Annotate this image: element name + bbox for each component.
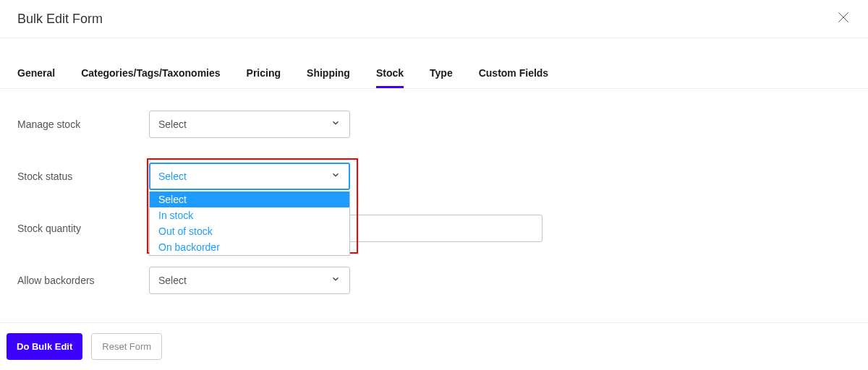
chevron-down-icon <box>331 274 341 287</box>
label-allow-backorders: Allow backorders <box>17 275 149 286</box>
tab-shipping[interactable]: Shipping <box>307 60 350 88</box>
close-icon[interactable] <box>836 10 851 27</box>
row-allow-backorders: Allow backorders Select <box>17 267 851 294</box>
tab-stock[interactable]: Stock <box>376 60 404 88</box>
tab-custom-fields[interactable]: Custom Fields <box>479 60 548 88</box>
do-bulk-edit-button[interactable]: Do Bulk Edit <box>7 333 82 360</box>
modal-footer: Do Bulk Edit Reset Form <box>0 322 868 370</box>
dropdown-option-on-backorder[interactable]: On backorder <box>150 239 349 255</box>
select-stock-status[interactable]: Select <box>149 163 350 190</box>
select-manage-stock[interactable]: Select <box>149 111 350 138</box>
label-stock-quantity: Stock quantity <box>17 223 149 234</box>
tab-general[interactable]: General <box>17 60 55 88</box>
form-body: Manage stock Select Stock status Select … <box>0 89 868 294</box>
row-stock-status: Stock status Select Select In stock Out … <box>17 163 851 190</box>
label-manage-stock: Manage stock <box>17 119 149 130</box>
dropdown-option-out-of-stock[interactable]: Out of stock <box>150 223 349 239</box>
select-manage-stock-value: Select <box>158 119 331 130</box>
chevron-down-icon <box>331 118 341 131</box>
row-stock-quantity: Stock quantity <box>17 215 851 242</box>
select-allow-backorders-value: Select <box>158 275 331 286</box>
tab-pricing[interactable]: Pricing <box>247 60 281 88</box>
row-manage-stock: Manage stock Select <box>17 111 851 138</box>
reset-form-button[interactable]: Reset Form <box>91 333 162 360</box>
select-allow-backorders[interactable]: Select <box>149 267 350 294</box>
dropdown-option-select[interactable]: Select <box>150 192 349 207</box>
modal-header: Bulk Edit Form <box>0 0 868 38</box>
dropdown-stock-status: Select In stock Out of stock On backorde… <box>149 192 350 256</box>
page-title: Bulk Edit Form <box>17 12 103 27</box>
select-stock-status-value: Select <box>158 171 331 182</box>
label-stock-status: Stock status <box>17 171 149 182</box>
tab-type[interactable]: Type <box>430 60 453 88</box>
dropdown-option-in-stock[interactable]: In stock <box>150 207 349 223</box>
chevron-down-icon <box>331 170 341 183</box>
tab-categories[interactable]: Categories/Tags/Taxonomies <box>81 60 220 88</box>
tabs-bar: General Categories/Tags/Taxonomies Prici… <box>0 60 868 89</box>
